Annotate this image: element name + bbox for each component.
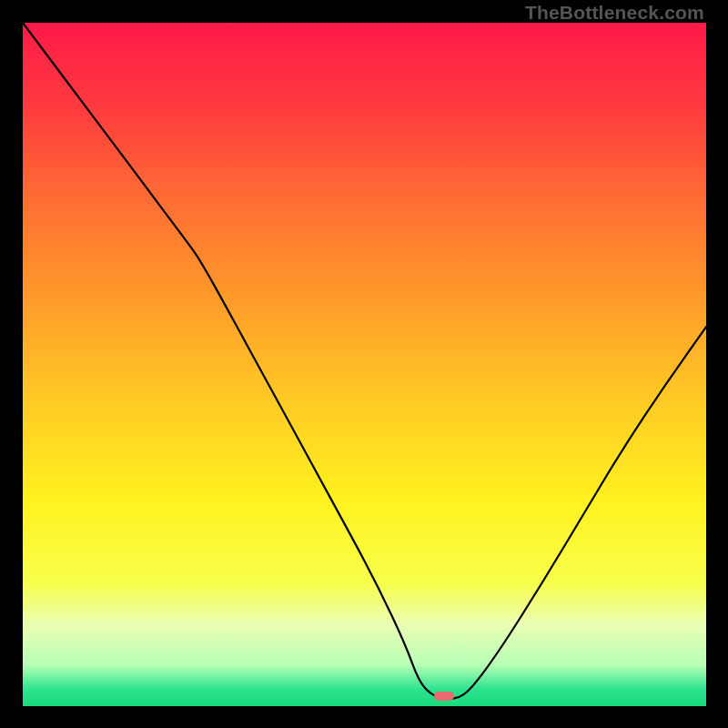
optimal-marker: [434, 692, 454, 701]
bottleneck-curve: [23, 23, 706, 706]
plot-area: [23, 23, 706, 706]
outer-frame: TheBottleneck.com: [0, 0, 728, 728]
watermark-text: TheBottleneck.com: [525, 2, 704, 24]
